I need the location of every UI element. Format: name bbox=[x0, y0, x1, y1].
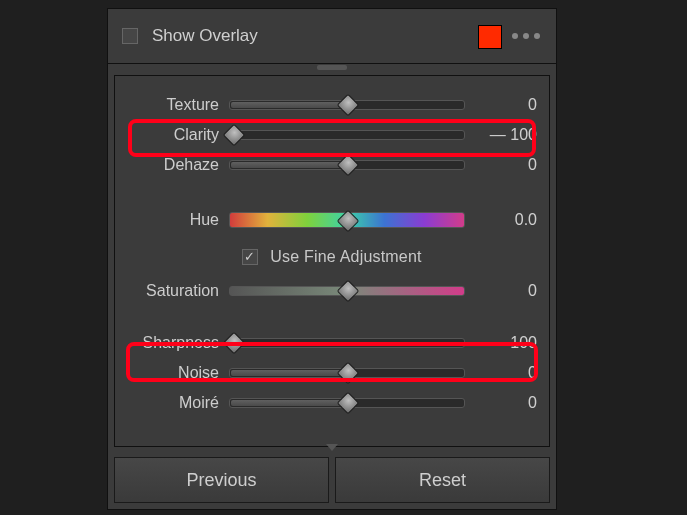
dehaze-row: Dehaze 0 bbox=[115, 150, 549, 180]
noise-slider[interactable] bbox=[229, 368, 465, 378]
moire-label: Moiré bbox=[115, 394, 229, 412]
sharpness-slider[interactable] bbox=[229, 338, 465, 348]
hue-row: Hue 0.0 bbox=[115, 202, 549, 238]
previous-button[interactable]: Previous bbox=[114, 457, 329, 503]
fine-adjustment-row: Use Fine Adjustment bbox=[115, 238, 549, 276]
sharpness-row: Sharpness — 100 bbox=[115, 328, 549, 358]
show-overlay-checkbox[interactable] bbox=[122, 28, 138, 44]
panel-grip-icon[interactable] bbox=[317, 65, 347, 70]
moire-value: 0 bbox=[477, 394, 537, 412]
show-overlay-label: Show Overlay bbox=[152, 26, 258, 46]
noise-row: Noise 0 bbox=[115, 358, 549, 388]
moire-slider[interactable] bbox=[229, 398, 465, 408]
clarity-slider[interactable] bbox=[229, 130, 465, 140]
reset-button[interactable]: Reset bbox=[335, 457, 550, 503]
dehaze-value: 0 bbox=[477, 156, 537, 174]
hue-slider[interactable] bbox=[229, 212, 465, 228]
texture-row: Texture 0 bbox=[115, 90, 549, 120]
clarity-row: Clarity — 100 bbox=[115, 120, 549, 150]
more-options-icon[interactable] bbox=[512, 25, 540, 47]
expand-down-icon[interactable] bbox=[326, 444, 338, 451]
panel-topbar: Show Overlay bbox=[108, 9, 556, 64]
adjustment-panel: Show Overlay Texture 0 Clarity — 100 Deh… bbox=[107, 8, 557, 510]
hue-value: 0.0 bbox=[477, 211, 537, 229]
texture-value: 0 bbox=[477, 96, 537, 114]
texture-slider[interactable] bbox=[229, 100, 465, 110]
saturation-slider[interactable] bbox=[229, 286, 465, 296]
sharpness-value: — 100 bbox=[477, 334, 537, 352]
saturation-value: 0 bbox=[477, 282, 537, 300]
hue-label: Hue bbox=[115, 211, 229, 229]
fine-adjustment-checkbox[interactable] bbox=[242, 249, 258, 265]
clarity-value: — 100 bbox=[477, 126, 537, 144]
saturation-label: Saturation bbox=[115, 282, 229, 300]
fine-adjustment-label: Use Fine Adjustment bbox=[270, 248, 421, 266]
slider-body: Texture 0 Clarity — 100 Dehaze 0 Hue bbox=[114, 75, 550, 447]
noise-label: Noise bbox=[115, 364, 229, 382]
texture-label: Texture bbox=[115, 96, 229, 114]
noise-value: 0 bbox=[477, 364, 537, 382]
moire-row: Moiré 0 bbox=[115, 388, 549, 418]
sharpness-label: Sharpness bbox=[115, 334, 229, 352]
overlay-color-swatch[interactable] bbox=[478, 25, 502, 49]
clarity-label: Clarity bbox=[115, 126, 229, 144]
footer-buttons: Previous Reset bbox=[114, 457, 550, 503]
saturation-row: Saturation 0 bbox=[115, 276, 549, 306]
dehaze-label: Dehaze bbox=[115, 156, 229, 174]
dehaze-slider[interactable] bbox=[229, 160, 465, 170]
